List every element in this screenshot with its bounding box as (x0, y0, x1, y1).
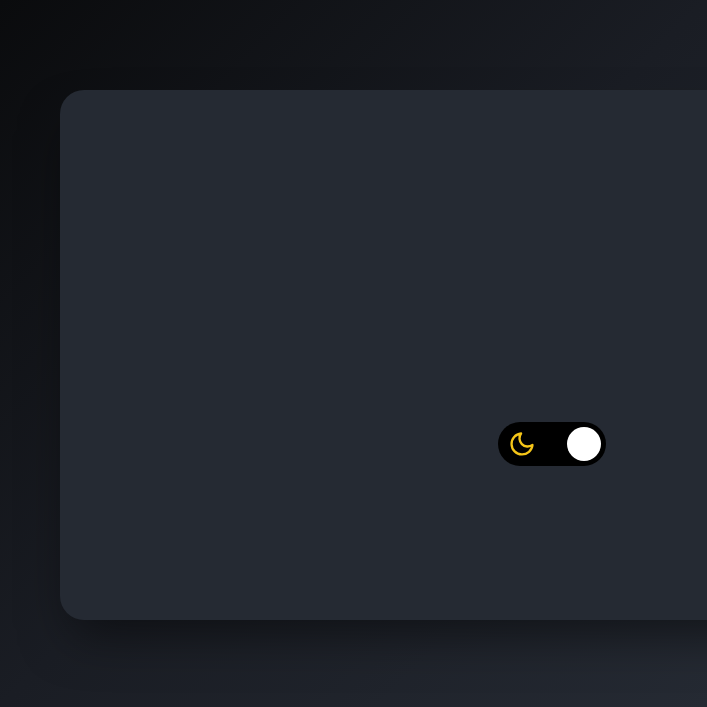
toggle-knob (567, 427, 601, 461)
theme-toggle[interactable] (498, 422, 606, 466)
content-card (60, 90, 707, 620)
moon-icon (505, 427, 539, 461)
